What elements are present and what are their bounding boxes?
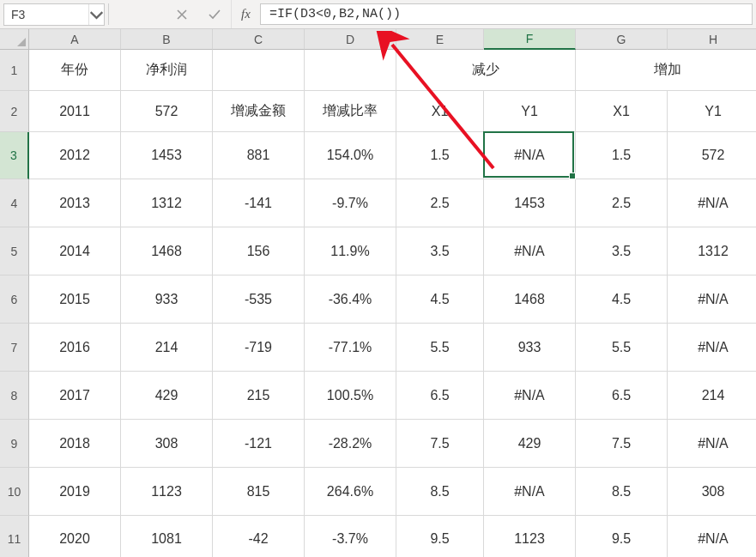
column-header-C[interactable]: C: [213, 29, 305, 50]
cell-G11[interactable]: 9.5: [576, 516, 668, 557]
column-header-H[interactable]: H: [668, 29, 756, 50]
row-header-9[interactable]: 9: [0, 420, 29, 468]
cell-H2[interactable]: Y1: [668, 91, 756, 132]
cell-E7[interactable]: 5.5: [396, 324, 484, 372]
cell-F8[interactable]: #N/A: [484, 372, 576, 420]
fx-label[interactable]: fx: [231, 0, 260, 28]
cell-B8[interactable]: 429: [121, 372, 213, 420]
cell-E9[interactable]: 7.5: [396, 420, 484, 468]
cell-E11[interactable]: 9.5: [396, 516, 484, 557]
row-header-1[interactable]: 1: [0, 50, 29, 91]
cell-A8[interactable]: 2017: [29, 372, 121, 420]
cell-F4[interactable]: 1453: [484, 179, 576, 227]
cell-H3[interactable]: 572: [668, 132, 756, 179]
cell-C4[interactable]: -141: [213, 179, 305, 227]
cell-D5[interactable]: 11.9%: [305, 227, 396, 275]
cell-D8[interactable]: 100.5%: [305, 372, 396, 420]
cell-F2[interactable]: Y1: [484, 91, 576, 132]
cell-E6[interactable]: 4.5: [396, 275, 484, 324]
row-header-2[interactable]: 2: [0, 91, 29, 132]
cell-C10[interactable]: 815: [213, 468, 305, 516]
cell-H4[interactable]: #N/A: [668, 179, 756, 227]
row-header-5[interactable]: 5: [0, 227, 29, 275]
name-box[interactable]: F3: [3, 3, 105, 26]
cell-A5[interactable]: 2014: [29, 227, 121, 275]
column-header-F[interactable]: F: [484, 29, 576, 50]
cell-D3[interactable]: 154.0%: [305, 132, 396, 179]
row-header-10[interactable]: 10: [0, 468, 29, 516]
cell-G7[interactable]: 5.5: [576, 324, 668, 372]
cell-H5[interactable]: 1312: [668, 227, 756, 275]
cell-G8[interactable]: 6.5: [576, 372, 668, 420]
cell-G4[interactable]: 2.5: [576, 179, 668, 227]
name-box-value[interactable]: F3: [4, 8, 88, 21]
cell-A3[interactable]: 2012: [29, 132, 121, 179]
column-header-A[interactable]: A: [29, 29, 121, 50]
formula-input[interactable]: =IF(D3<0,B2,NA()): [260, 3, 753, 25]
column-header-E[interactable]: E: [396, 29, 484, 50]
cell-E8[interactable]: 6.5: [396, 372, 484, 420]
cell-G6[interactable]: 4.5: [576, 275, 668, 324]
cell-F10[interactable]: #N/A: [484, 468, 576, 516]
cell-C9[interactable]: -121: [213, 420, 305, 468]
cell-F11[interactable]: 1123: [484, 516, 576, 557]
cell-H7[interactable]: #N/A: [668, 324, 756, 372]
header-increase[interactable]: 增加: [576, 50, 756, 91]
cell-G2[interactable]: X1: [576, 91, 668, 132]
cell-F6[interactable]: 1468: [484, 275, 576, 324]
cell-H6[interactable]: #N/A: [668, 275, 756, 324]
select-all-corner[interactable]: [0, 29, 29, 50]
cell-D9[interactable]: -28.2%: [305, 420, 396, 468]
cell-B1[interactable]: 净利润: [121, 50, 213, 91]
cell-C2[interactable]: 增减金额: [213, 91, 305, 132]
cell-E10[interactable]: 8.5: [396, 468, 484, 516]
cell-F9[interactable]: 429: [484, 420, 576, 468]
cell-E3[interactable]: 1.5: [396, 132, 484, 179]
cell-D10[interactable]: 264.6%: [305, 468, 396, 516]
cell-B4[interactable]: 1312: [121, 179, 213, 227]
cell-B3[interactable]: 1453: [121, 132, 213, 179]
cell-C1[interactable]: [213, 50, 305, 91]
row-header-6[interactable]: 6: [0, 275, 29, 324]
row-header-11[interactable]: 11: [0, 516, 29, 557]
cell-E2[interactable]: X1: [396, 91, 484, 132]
cell-C8[interactable]: 215: [213, 372, 305, 420]
cell-F7[interactable]: 933: [484, 324, 576, 372]
cell-H11[interactable]: #N/A: [668, 516, 756, 557]
cell-F3[interactable]: #N/A: [484, 132, 576, 179]
cell-C3[interactable]: 881: [213, 132, 305, 179]
cell-A11[interactable]: 2020: [29, 516, 121, 557]
cell-E5[interactable]: 3.5: [396, 227, 484, 275]
cell-G9[interactable]: 7.5: [576, 420, 668, 468]
cell-A6[interactable]: 2015: [29, 275, 121, 324]
confirm-button[interactable]: [198, 0, 231, 28]
cell-C7[interactable]: -719: [213, 324, 305, 372]
cell-D2[interactable]: 增减比率: [305, 91, 396, 132]
column-header-G[interactable]: G: [576, 29, 668, 50]
cell-B2[interactable]: 572: [121, 91, 213, 132]
cell-A9[interactable]: 2018: [29, 420, 121, 468]
cell-A7[interactable]: 2016: [29, 324, 121, 372]
cell-D6[interactable]: -36.4%: [305, 275, 396, 324]
cell-D1[interactable]: [305, 50, 396, 91]
row-header-7[interactable]: 7: [0, 324, 29, 372]
cancel-button[interactable]: [166, 0, 198, 28]
cell-B9[interactable]: 308: [121, 420, 213, 468]
cell-H10[interactable]: 308: [668, 468, 756, 516]
cell-C6[interactable]: -535: [213, 275, 305, 324]
header-decrease[interactable]: 减少: [396, 50, 576, 91]
cell-G10[interactable]: 8.5: [576, 468, 668, 516]
cell-G5[interactable]: 3.5: [576, 227, 668, 275]
cell-B7[interactable]: 214: [121, 324, 213, 372]
row-header-3[interactable]: 3: [0, 132, 29, 179]
cell-H8[interactable]: 214: [668, 372, 756, 420]
row-header-8[interactable]: 8: [0, 372, 29, 420]
cell-A1[interactable]: 年份: [29, 50, 121, 91]
cell-C5[interactable]: 156: [213, 227, 305, 275]
cell-C11[interactable]: -42: [213, 516, 305, 557]
column-header-B[interactable]: B: [121, 29, 213, 50]
cell-D11[interactable]: -3.7%: [305, 516, 396, 557]
cell-B5[interactable]: 1468: [121, 227, 213, 275]
name-box-dropdown[interactable]: [88, 4, 104, 25]
cell-B11[interactable]: 1081: [121, 516, 213, 557]
